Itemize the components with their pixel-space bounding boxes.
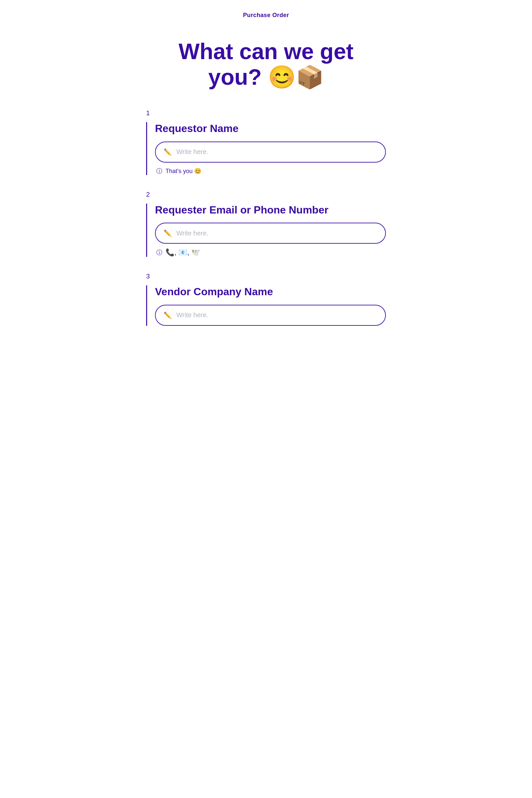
page-header: Purchase Order bbox=[146, 0, 386, 25]
hint-text-1: That's you 😊 bbox=[166, 168, 201, 175]
hint-emojis-2: 📞, 📧, 🕊️ bbox=[166, 248, 200, 257]
requestor-name-input[interactable] bbox=[176, 148, 377, 156]
hint-row-1: ⓘ That's you 😊 bbox=[155, 167, 386, 175]
section-number-3: 3 bbox=[146, 272, 386, 280]
section-number-2: 2 bbox=[146, 191, 386, 198]
pencil-icon-1: ✏️ bbox=[164, 148, 172, 156]
input-wrapper-2: ✏️ bbox=[155, 223, 386, 244]
form-section-3: 3 Vendor Company Name ✏️ bbox=[146, 272, 386, 325]
requester-contact-input[interactable] bbox=[176, 230, 377, 237]
section-label-3: Vendor Company Name bbox=[155, 285, 386, 298]
section-content-3: Vendor Company Name ✏️ bbox=[146, 285, 386, 325]
form-section-2: 2 Requester Email or Phone Number ✏️ ⓘ 📞… bbox=[146, 191, 386, 257]
vendor-company-input[interactable] bbox=[176, 311, 377, 319]
section-label-2: Requester Email or Phone Number bbox=[155, 204, 386, 216]
section-number-1: 1 bbox=[146, 109, 386, 117]
form-section-1: 1 Requestor Name ✏️ ⓘ That's you 😊 bbox=[146, 109, 386, 175]
hint-row-2: ⓘ 📞, 📧, 🕊️ bbox=[155, 248, 386, 257]
input-wrapper-1: ✏️ bbox=[155, 141, 386, 163]
pencil-icon-2: ✏️ bbox=[164, 229, 172, 237]
info-icon-1: ⓘ bbox=[156, 167, 162, 175]
info-icon-2: ⓘ bbox=[156, 249, 162, 256]
hero-title: What can we get you? 😊📦 bbox=[146, 38, 386, 90]
section-content-1: Requestor Name ✏️ ⓘ That's you 😊 bbox=[146, 122, 386, 175]
input-wrapper-3: ✏️ bbox=[155, 305, 386, 326]
section-content-2: Requester Email or Phone Number ✏️ ⓘ 📞, … bbox=[146, 204, 386, 257]
section-label-1: Requestor Name bbox=[155, 122, 386, 135]
pencil-icon-3: ✏️ bbox=[164, 311, 172, 319]
header-title: Purchase Order bbox=[243, 12, 289, 18]
